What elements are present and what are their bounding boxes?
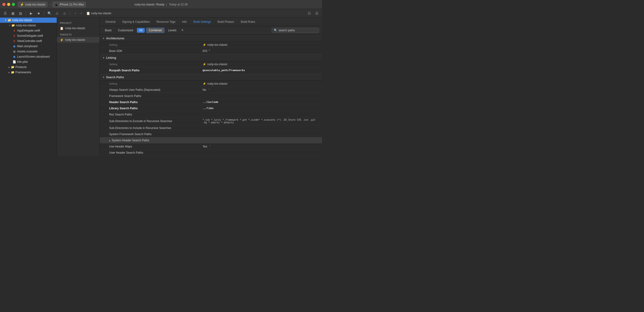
nav-back-button[interactable]: ‹ — [73, 11, 78, 16]
tab-general[interactable]: General — [102, 19, 118, 24]
framework-search-value — [200, 95, 322, 97]
file-nav-target-item[interactable]: ⚡ rusty-ios-classic — [57, 37, 100, 43]
base-sdk-value: iOS ⌃ — [200, 48, 322, 53]
base-sdk-row[interactable]: Base SDK iOS ⌃ — [100, 48, 322, 54]
search-paths-section-content: Setting ⚡ rusty-ios-classic Always Searc… — [100, 81, 322, 156]
frameworks-triangle: ▶ — [8, 71, 10, 73]
file-inspector-button[interactable]: ▦ — [10, 10, 16, 16]
scheme-selector[interactable]: ⚡ rusty-ios-classic — [18, 2, 48, 7]
frameworks-label: Frameworks — [16, 71, 31, 74]
search-project-value: ⚡ rusty-ios-classic — [200, 81, 322, 86]
search-paths-section-header[interactable]: ▼ Search Paths — [100, 74, 322, 81]
linking-section-header[interactable]: ▼ Linking — [100, 54, 322, 61]
settings-panel: General Signing & Capabilities Resource … — [100, 17, 322, 156]
library-search-label: Library Search Paths — [100, 106, 200, 111]
file-nav-project-item[interactable]: 📋 rusty-ios-classic — [57, 25, 100, 31]
tab-build-rules[interactable]: Build Rules — [238, 19, 258, 24]
search-paths-label: Search Paths — [106, 76, 124, 79]
search-icon: 🔍 — [274, 29, 278, 32]
sidebar-item-frameworks[interactable]: ▶ 📁 Frameworks — [0, 70, 57, 75]
search-paths-triangle: ▼ — [102, 76, 105, 78]
runpath-label: Runpath Search Paths — [100, 68, 200, 73]
tab-info[interactable]: Info — [179, 19, 190, 24]
search-box: 🔍 — [272, 28, 319, 33]
architectures-label: Architectures — [106, 37, 124, 40]
subdirs-exclude-row[interactable]: Sub-Directories to Exclude in Recursive … — [100, 118, 322, 125]
filter-levels-button[interactable]: Levels — [166, 28, 179, 33]
breadcrumb-project[interactable]: rusty-ios-classic — [91, 12, 111, 15]
arch-project-icon: ⚡ — [203, 43, 206, 46]
editor-area: PROJECT 📋 rusty-ios-classic TARGETS ⚡ ru… — [57, 17, 322, 156]
architectures-section-header[interactable]: ▼ Architectures — [100, 35, 322, 42]
editor-layout-button[interactable]: ☷ — [306, 10, 312, 16]
system-header-search-row[interactable]: ▶System Header Search Paths — [100, 137, 322, 143]
system-framework-search-row[interactable]: System Framework Search Paths — [100, 131, 322, 137]
appdelegate-label: AppDelegate.swift — [17, 29, 40, 32]
framework-search-row[interactable]: Framework Search Paths — [100, 93, 322, 99]
linking-setting-row: Setting ⚡ rusty-ios-classic — [100, 61, 322, 67]
nav-forward-button[interactable]: › — [78, 11, 84, 16]
minimize-button[interactable] — [7, 3, 10, 6]
sidebar-item-products[interactable]: ▶ 📁 Products — [0, 64, 57, 70]
filter-combined-button[interactable]: Combined — [146, 28, 164, 33]
tab-build-phases[interactable]: Build Phases — [215, 19, 237, 24]
launchscreen-label: LaunchScreen.storyboard — [17, 55, 50, 58]
main-storyboard-label: Main.storyboard — [17, 44, 38, 48]
sidebar-toggle-button[interactable]: ☰ — [2, 10, 8, 16]
system-header-arrow-icon: ▶ — [109, 139, 111, 142]
base-sdk-label: Base SDK — [100, 48, 200, 53]
header-search-row[interactable]: Header Search Paths ../include — [100, 99, 322, 105]
content-area: ▼ Architectures Setting ⚡ rusty-ios-clas… — [100, 35, 322, 156]
bookmark-button[interactable]: ◇ — [61, 10, 68, 16]
search-input[interactable] — [278, 29, 316, 32]
view-hierarchy-button[interactable]: ▧ — [17, 10, 24, 16]
library-search-row[interactable]: Library Search Paths ../libs — [100, 105, 322, 111]
search-setting-label: Setting — [100, 81, 200, 86]
use-header-maps-row[interactable]: Use Header Maps Yes ⌃ — [100, 143, 322, 150]
device-selector[interactable]: 📱 iPhone 11 Pro Max — [52, 2, 86, 7]
project-folder-icon: 📁 — [12, 24, 15, 27]
sidebar-item-assets[interactable]: ▣ Assets.xcassets — [0, 49, 57, 54]
warning-button[interactable]: ⚠ — [54, 10, 60, 16]
close-button[interactable] — [2, 3, 6, 6]
device-icon: 📱 — [54, 2, 58, 6]
always-search-row[interactable]: Always Search User Paths (Deprecated) No… — [100, 87, 322, 93]
sidebar-item-viewcontroller[interactable]: S ViewController.swift — [0, 38, 57, 44]
tab-resource-tags[interactable]: Resource Tags — [154, 19, 178, 24]
swift-icon-viewcontroller: S — [12, 40, 16, 42]
filter-add-button[interactable]: + — [180, 28, 184, 33]
sidebar-item-main-storyboard[interactable]: ◉ Main.storyboard — [0, 44, 57, 49]
toolbar-nav: ‹ › — [73, 11, 84, 16]
runpath-row[interactable]: Runpath Search Paths @executable_path/Fr… — [100, 67, 322, 73]
sidebar-item-scenedelegate[interactable]: S SceneDelegate.swift — [0, 33, 57, 38]
subdirs-include-row[interactable]: Sub-Directories to Include in Recursive … — [100, 125, 322, 131]
stop-button[interactable]: ■ — [35, 10, 42, 16]
play-button[interactable]: ▶ — [28, 10, 34, 16]
scheme-name: rusty-ios-classic — [25, 3, 45, 6]
title-bar-center: rusty-ios-classic: Ready | Today at 22:3… — [134, 3, 188, 6]
user-header-search-row[interactable]: User Header Search Paths — [100, 150, 322, 156]
sidebar-item-launchscreen[interactable]: ◉ LaunchScreen.storyboard — [0, 54, 57, 59]
tab-signing[interactable]: Signing & Capabilities — [119, 19, 153, 24]
always-search-value: No ⌃ — [200, 87, 322, 92]
filter-all-button[interactable]: All — [137, 28, 145, 33]
sidebar-item-appdelegate[interactable]: S AppDelegate.swift — [0, 28, 57, 33]
link-setting-label: Setting — [100, 62, 200, 67]
tab-build-settings[interactable]: Build Settings — [190, 19, 214, 24]
search-button[interactable]: 🔍 — [46, 10, 53, 16]
breadcrumb-separator: › — [49, 3, 50, 6]
sidebar-item-infoplist[interactable]: 📄 Info.plist — [0, 59, 57, 64]
maximize-button[interactable] — [12, 3, 15, 6]
header-search-value: ../include — [200, 100, 322, 105]
rez-search-value — [200, 114, 322, 115]
rez-search-row[interactable]: Rez Search Paths — [100, 111, 322, 118]
system-header-search-value — [200, 139, 322, 141]
triangle-icon: ▼ — [5, 19, 7, 21]
grid-toggle-button[interactable]: ☵ — [314, 10, 320, 16]
search-project-name: rusty-ios-classic — [208, 82, 228, 85]
sidebar-item-project-folder[interactable]: ▼ 📁 rusty-ios-classic — [0, 23, 57, 28]
filter-customized-button[interactable]: Customized — [116, 28, 135, 33]
architectures-triangle: ▼ — [102, 37, 105, 39]
sidebar-item-root[interactable]: ▼ 📁 rusty-ios-classic — [0, 17, 57, 23]
filter-basic-button[interactable]: Basic — [102, 28, 114, 33]
